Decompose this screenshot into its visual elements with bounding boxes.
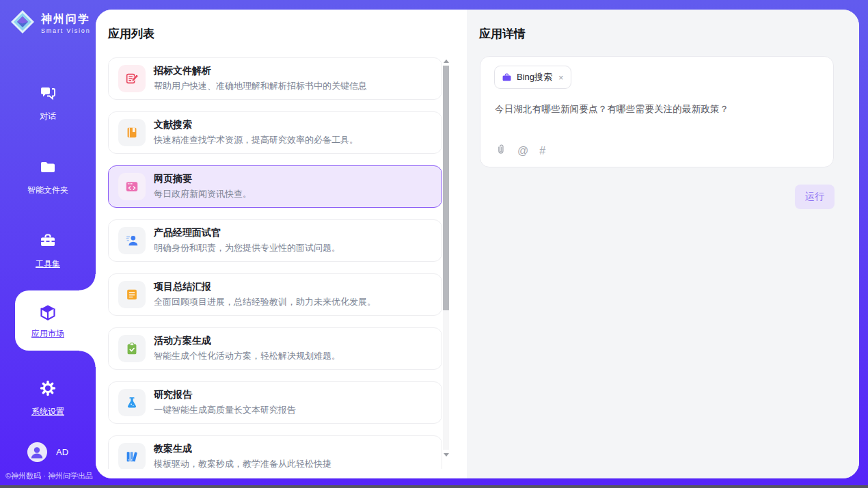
hashtag-icon[interactable]: #: [539, 146, 545, 157]
app-detail-section: 应用详情 Bing搜索 × 今日湖北有哪些新闻要点？有哪些需要关注的最新政策？ …: [467, 10, 859, 478]
avatar: [27, 442, 47, 462]
sidebar: 神州问学 Smart Vision 对话 智能文件夹: [0, 0, 96, 485]
scrollbar-thumb[interactable]: [443, 66, 449, 310]
app-desc: 模板驱动，教案秒成，教学准备从此轻松快捷: [154, 458, 331, 469]
books-icon: [118, 443, 146, 469]
sidebar-nav: 对话 智能文件夹 工具集: [0, 66, 96, 435]
app-name: 网页摘要: [154, 173, 252, 185]
app-desc: 智能生成个性化活动方案，轻松解决规划难题。: [154, 350, 340, 362]
run-button[interactable]: 运行: [795, 185, 835, 209]
app-name: 活动方案生成: [154, 335, 340, 347]
flask-icon: [118, 389, 146, 416]
diamond-logo-icon: [10, 9, 36, 38]
user-chip[interactable]: AD: [0, 442, 96, 462]
sidebar-item-app-market[interactable]: 应用市场: [0, 288, 96, 362]
folder-icon: [39, 158, 57, 178]
sidebar-item-label: 对话: [40, 111, 56, 122]
app-card-lesson-plan[interactable]: 教案生成 模板驱动，教案秒成，教学准备从此轻松快捷: [108, 435, 442, 469]
query-text-input[interactable]: 今日湖北有哪些新闻要点？有哪些需要关注的最新政策？: [495, 103, 819, 116]
app-name: 文献搜索: [154, 119, 358, 131]
gear-icon: [39, 379, 57, 400]
close-icon[interactable]: ×: [558, 72, 564, 83]
app-card-event-plan[interactable]: 活动方案生成 智能生成个性化活动方案，轻松解决规划难题。: [108, 327, 442, 370]
app-desc: 明确身份和职责，为您提供专业性的面试问题。: [154, 242, 340, 254]
copyright-text: ©神州数码 · 神州问学出品: [5, 471, 93, 481]
app-desc: 每日政府新闻资讯快查。: [154, 188, 252, 200]
app-name: 研究报告: [154, 389, 296, 401]
brand-name: 神州问学: [41, 12, 90, 27]
brand-logo: 神州问学 Smart Vision: [0, 0, 96, 38]
sidebar-item-label: 系统设置: [31, 406, 64, 418]
brand-subtitle: Smart Vision: [41, 27, 90, 34]
app-list-section: 应用列表 招标文件解析 帮助用户快速、准确地理解和解析招标书中的关键信息: [96, 10, 467, 478]
app-desc: 一键智能生成高质量长文本研究报告: [154, 404, 296, 416]
memo-icon: [118, 281, 146, 308]
scroll-up-arrow-icon[interactable]: [443, 57, 449, 64]
app-card-pm-interviewer[interactable]: 产品经理面试官 明确身份和职责，为您提供专业性的面试问题。: [108, 219, 442, 262]
document-edit-icon: [118, 65, 146, 92]
tool-tag-label: Bing搜索: [517, 71, 552, 83]
app-card-web-summary[interactable]: 网页摘要 每日政府新闻资讯快查。: [108, 165, 442, 208]
browser-code-icon: [118, 173, 146, 200]
sidebar-item-chat[interactable]: 对话: [0, 66, 96, 140]
app-list-title: 应用列表: [108, 26, 154, 42]
bottom-strip: [0, 485, 868, 488]
app-card-project-summary[interactable]: 项目总结汇报 全面回顾项目进展，总结经验教训，助力未来优化发展。: [108, 273, 442, 316]
tool-tag-bing-search[interactable]: Bing搜索 ×: [494, 66, 571, 89]
book-icon: [118, 119, 146, 146]
app-card-bid-doc-parse[interactable]: 招标文件解析 帮助用户快速、准确地理解和解析招标书中的关键信息: [108, 57, 442, 100]
app-desc: 全面回顾项目进展，总结经验教训，助力未来优化发展。: [154, 296, 376, 308]
toolbox-icon: [39, 232, 57, 252]
list-scrollbar[interactable]: [443, 57, 449, 458]
app-name: 教案生成: [154, 443, 331, 455]
main-panel: 应用列表 招标文件解析 帮助用户快速、准确地理解和解析招标书中的关键信息: [96, 10, 859, 478]
scroll-down-arrow-icon[interactable]: [443, 451, 449, 458]
user-name: AD: [56, 447, 68, 457]
app-card-literature-search[interactable]: 文献搜索 快速精准查找学术资源，提高研究效率的必备工具。: [108, 111, 442, 154]
app-name: 产品经理面试官: [154, 227, 340, 239]
mention-icon[interactable]: @: [517, 146, 528, 157]
app-desc: 帮助用户快速、准确地理解和解析招标书中的关键信息: [154, 80, 367, 92]
app-name: 项目总结汇报: [154, 281, 376, 293]
briefcase-icon: [502, 72, 512, 83]
cube-icon: [38, 303, 57, 322]
app-card-research-report[interactable]: 研究报告 一键智能生成高质量长文本研究报告: [108, 381, 442, 424]
app-list: 招标文件解析 帮助用户快速、准确地理解和解析招标书中的关键信息 文献搜索 快速精…: [108, 57, 442, 469]
sidebar-item-settings[interactable]: 系统设置: [0, 362, 96, 435]
sidebar-item-label: 应用市场: [31, 328, 64, 340]
app-desc: 快速精准查找学术资源，提高研究效率的必备工具。: [154, 134, 358, 146]
paperclip-icon[interactable]: [495, 143, 506, 159]
app-detail-title: 应用详情: [479, 26, 526, 42]
input-toolbar: @ #: [495, 143, 545, 159]
query-input-card[interactable]: Bing搜索 × 今日湖北有哪些新闻要点？有哪些需要关注的最新政策？ @ #: [480, 56, 834, 167]
app-name: 招标文件解析: [154, 65, 367, 77]
sidebar-item-smart-folders[interactable]: 智能文件夹: [0, 140, 96, 214]
interviewer-icon: [118, 227, 146, 254]
chat-icon: [39, 84, 57, 105]
sidebar-item-label: 智能文件夹: [27, 185, 68, 196]
person-icon: [28, 444, 46, 461]
sidebar-item-label: 工具集: [36, 258, 60, 270]
clipboard-check-icon: [118, 335, 146, 362]
